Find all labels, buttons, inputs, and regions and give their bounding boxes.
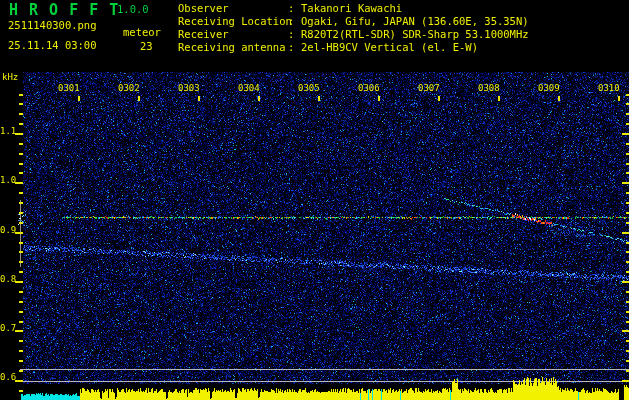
- receiver-label: Receiver: [178, 29, 229, 41]
- freq-tick-label-0.6: 0.6: [0, 373, 16, 383]
- observer-label: Observer: [178, 3, 229, 15]
- meteor-count: 23: [140, 41, 153, 53]
- time-tick-label-0303: 0303: [178, 84, 200, 94]
- location-value: Ogaki, Gifu, JAPAN (136.60E, 35.35N): [301, 16, 529, 28]
- time-tick-label-0308: 0308: [478, 84, 500, 94]
- location-separator: :: [288, 16, 294, 28]
- time-tick-label-0307: 0307: [418, 84, 440, 94]
- freq-tick-label-1.0: 1.0: [0, 176, 16, 186]
- observer-separator: :: [288, 3, 294, 15]
- time-tick-label-0306: 0306: [358, 84, 380, 94]
- location-label: Receiving Location: [178, 16, 292, 28]
- freq-tick-label-0.8: 0.8: [0, 275, 16, 285]
- mode-label: meteor: [123, 27, 161, 39]
- app-title: H R O F F T: [9, 2, 119, 19]
- freq-tick-label-1.1: 1.1: [0, 127, 16, 137]
- observer-value: Takanori Kawachi: [301, 3, 402, 15]
- freq-axis-unit: kHz: [2, 73, 18, 83]
- time-tick-label-0301: 0301: [58, 84, 80, 94]
- output-filename: 2511140300.png: [8, 20, 97, 32]
- time-tick-label-0302: 0302: [118, 84, 140, 94]
- receiver-value: R820T2(RTL-SDR) SDR-Sharp 53.1000MHz: [301, 29, 529, 41]
- time-tick-label-0310: 0310: [598, 84, 620, 94]
- time-tick-label-0309: 0309: [538, 84, 560, 94]
- app-version: 1.0.0: [117, 4, 149, 16]
- time-tick-label-0305: 0305: [298, 84, 320, 94]
- frame-timestamp: 25.11.14 03:00: [8, 40, 97, 52]
- antenna-value: 2el-HB9CV Vertical (el. E-W): [301, 42, 478, 54]
- receiver-separator: :: [288, 29, 294, 41]
- hrofft-output-window: H R O F F T 1.0.0 2511140300.png meteor …: [0, 0, 629, 400]
- freq-tick-label-0.7: 0.7: [0, 324, 16, 334]
- antenna-separator: :: [288, 42, 294, 54]
- spectrogram-canvas: [0, 0, 629, 400]
- freq-tick-label-0.9: 0.9: [0, 226, 16, 236]
- antenna-label: Receiving antenna: [178, 42, 285, 54]
- time-tick-label-0304: 0304: [238, 84, 260, 94]
